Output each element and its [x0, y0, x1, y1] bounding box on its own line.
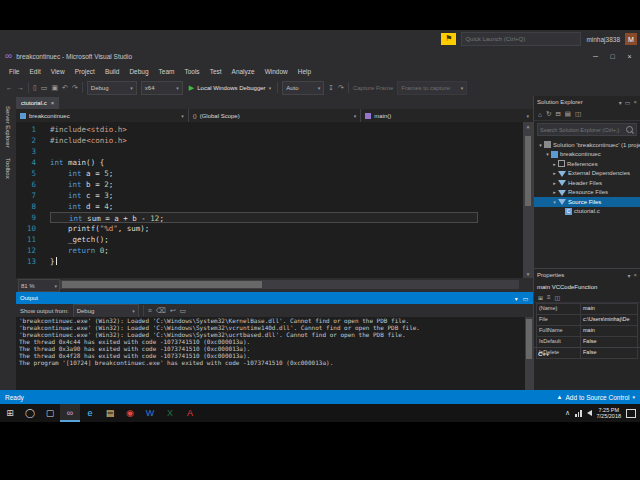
- menu-analyze[interactable]: Analyze: [227, 68, 260, 75]
- code-line[interactable]: #include<stdio.h>: [50, 124, 521, 135]
- step-over-icon[interactable]: ↷: [338, 84, 344, 92]
- maximize-button[interactable]: □: [604, 50, 621, 63]
- categorized-icon[interactable]: ⊞: [538, 294, 543, 301]
- start-debugging-button[interactable]: ▶ Local Windows Debugger ▾: [187, 84, 273, 92]
- minimize-button[interactable]: ─: [587, 50, 604, 63]
- solution-configurations-dropdown[interactable]: Debug▾: [87, 81, 137, 95]
- code-line[interactable]: int b = 2;: [50, 179, 521, 190]
- visual-studio-icon[interactable]: ∞: [60, 404, 80, 422]
- property-value[interactable]: False: [581, 337, 637, 347]
- user-avatar[interactable]: M: [625, 33, 637, 45]
- scrollbar-thumb[interactable]: [526, 319, 532, 359]
- tree-expander-icon[interactable]: ▸: [551, 170, 558, 176]
- code-line[interactable]: int d = 4;: [50, 201, 521, 212]
- excel-icon[interactable]: X: [160, 404, 180, 422]
- menu-project[interactable]: Project: [70, 68, 100, 75]
- menu-team[interactable]: Team: [154, 68, 180, 75]
- solution-platforms-dropdown[interactable]: x64▾: [141, 81, 183, 95]
- alphabetical-icon[interactable]: ≡: [547, 294, 551, 300]
- notifications-flag-icon[interactable]: ⚑: [441, 33, 456, 45]
- menu-help[interactable]: Help: [293, 68, 316, 75]
- new-file-icon[interactable]: ▯: [33, 84, 37, 92]
- code-line[interactable]: printf("%d", sum);: [50, 223, 521, 234]
- close-tab-icon[interactable]: ×: [51, 100, 55, 106]
- word-wrap-icon[interactable]: ↩: [170, 307, 176, 315]
- menu-file[interactable]: File: [4, 68, 24, 75]
- pin-icon[interactable]: ▭: [523, 295, 529, 302]
- member-dropdown[interactable]: main()▾: [361, 109, 533, 122]
- auto-dropdown[interactable]: Auto▾: [282, 81, 324, 95]
- network-icon[interactable]: [575, 410, 582, 417]
- solution-search-box[interactable]: [537, 123, 637, 136]
- pin-icon[interactable]: ▭: [625, 99, 631, 106]
- editor-horizontal-scrollbar[interactable]: [60, 280, 519, 289]
- edge-icon[interactable]: e: [80, 404, 100, 422]
- tree-expander-icon[interactable]: ▸: [551, 161, 558, 167]
- property-pages-icon[interactable]: ◫: [555, 294, 561, 301]
- tree-item-breakcontinuec[interactable]: ▾breakcontinuec: [534, 150, 640, 160]
- tab-ctutorial[interactable]: ctutorial.c ×: [16, 97, 59, 109]
- code-line[interactable]: _getch();: [50, 234, 521, 245]
- properties-icon[interactable]: ◫: [575, 110, 581, 118]
- home-icon[interactable]: ⌂: [538, 111, 542, 118]
- menu-tools[interactable]: Tools: [179, 68, 204, 75]
- save-icon[interactable]: ▣: [51, 84, 58, 92]
- project-dropdown[interactable]: breakcontinuec▾: [16, 109, 189, 122]
- step-into-icon[interactable]: ↧: [328, 84, 334, 92]
- add-to-source-control-button[interactable]: ▲ Add to Source Control ▾: [557, 394, 635, 401]
- close-panel-icon[interactable]: ×: [633, 272, 637, 278]
- clear-all-icon[interactable]: ⌫: [156, 307, 166, 315]
- menu-debug[interactable]: Debug: [124, 68, 153, 75]
- acrobat-icon[interactable]: A: [180, 404, 200, 422]
- code-line[interactable]: int main() {: [50, 157, 521, 168]
- tree-item-resource-files[interactable]: ▸Resource Files: [534, 188, 640, 198]
- editor-vertical-scrollbar[interactable]: ▲ ▼: [523, 122, 533, 278]
- code-area[interactable]: #include<stdio.h>#include<conio.h>int ma…: [50, 124, 521, 267]
- menu-edit[interactable]: Edit: [24, 68, 45, 75]
- start-button[interactable]: ⊞: [0, 404, 20, 422]
- capture-frame-label[interactable]: Capture Frame: [353, 85, 393, 91]
- frames-to-capture-dropdown[interactable]: Frames to capture:▾: [397, 81, 467, 95]
- hidden-icons-arrow-icon[interactable]: ∧: [565, 409, 570, 417]
- code-line[interactable]: int a = 5;: [50, 168, 521, 179]
- task-view-icon[interactable]: ▢: [40, 404, 60, 422]
- find-message-icon[interactable]: ≡: [148, 307, 152, 314]
- collapse-all-icon[interactable]: ⊟: [555, 110, 560, 118]
- tree-item-source-files[interactable]: ▾Source Files: [534, 197, 640, 207]
- toggle-output-icon[interactable]: ▭: [180, 307, 187, 315]
- close-button[interactable]: ×: [621, 50, 638, 63]
- menu-view[interactable]: View: [46, 68, 70, 75]
- scroll-up-icon[interactable]: ▲: [523, 123, 533, 129]
- code-line[interactable]: int sum = a + b - 12;: [50, 212, 478, 223]
- scope-dropdown[interactable]: {} (Global Scope)▾: [189, 109, 362, 122]
- solution-search-input[interactable]: [538, 127, 626, 133]
- code-line[interactable]: }: [50, 256, 521, 267]
- refresh-icon[interactable]: ↻: [546, 110, 551, 118]
- scrollbar-thumb[interactable]: [62, 281, 262, 288]
- chrome-icon[interactable]: ◉: [120, 404, 140, 422]
- output-panel-header[interactable]: Output ▾ ▭ ×: [16, 292, 541, 304]
- code-line[interactable]: #include<conio.h>: [50, 135, 521, 146]
- property-row[interactable]: Filec:\Users\minhaj\De: [537, 315, 637, 326]
- tree-expander-icon[interactable]: ▸: [551, 189, 558, 195]
- show-all-files-icon[interactable]: ▤: [565, 110, 571, 118]
- window-position-icon[interactable]: ▾: [515, 295, 518, 302]
- menu-window[interactable]: Window: [260, 68, 293, 75]
- menu-build[interactable]: Build: [100, 68, 124, 75]
- server-explorer-tab[interactable]: Server Explorer: [5, 106, 11, 148]
- code-editor[interactable]: 12345678910111213 #include<stdio.h>#incl…: [16, 122, 533, 278]
- property-value[interactable]: c:\Users\minhaj\De: [581, 315, 637, 325]
- window-position-icon[interactable]: ▾: [619, 99, 622, 106]
- solution-explorer-header[interactable]: Solution Explorer ▾ ▭ ×: [534, 96, 640, 108]
- scroll-down-icon[interactable]: ▼: [523, 271, 533, 277]
- toolbox-tab[interactable]: Toolbox: [5, 158, 11, 179]
- undo-icon[interactable]: ↶: [62, 84, 68, 92]
- close-panel-icon[interactable]: ×: [633, 99, 637, 105]
- quick-launch-input[interactable]: [461, 32, 581, 46]
- tree-item-header-files[interactable]: ▸Header Files: [534, 178, 640, 188]
- open-file-icon[interactable]: ▭: [41, 84, 48, 92]
- file-explorer-icon[interactable]: ▤: [100, 404, 120, 422]
- properties-object[interactable]: main VCCodeFunction: [534, 281, 640, 292]
- tree-item-solution-breakcontinuec-1-project[interactable]: ▾Solution 'breakcontinuec' (1 project): [534, 140, 640, 150]
- code-line[interactable]: return 0;: [50, 245, 521, 256]
